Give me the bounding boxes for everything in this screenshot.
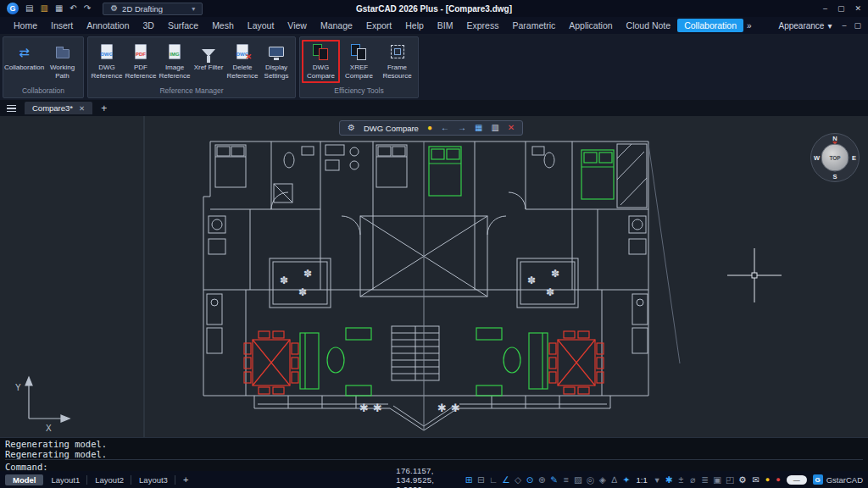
- compare-report-icon[interactable]: ▥: [491, 124, 498, 132]
- collaboration-button[interactable]: ⇄ Collaboration: [5, 40, 43, 72]
- bulb-icon[interactable]: ●: [765, 475, 770, 484]
- tab-overflow-chevron-icon[interactable]: »: [743, 21, 755, 30]
- tab-parametric[interactable]: Parametric: [505, 19, 562, 32]
- compass-south[interactable]: S: [832, 173, 837, 180]
- open-file-icon[interactable]: ▥: [40, 4, 47, 13]
- tab-collaboration[interactable]: Collaboration: [677, 19, 743, 32]
- tab-help[interactable]: Help: [398, 19, 431, 32]
- tab-view[interactable]: View: [281, 19, 314, 32]
- object-snap-icon[interactable]: ⊙: [526, 475, 534, 485]
- redo-icon[interactable]: ↷: [84, 4, 91, 13]
- compass-north[interactable]: N: [832, 135, 837, 142]
- tab-application[interactable]: Application: [562, 19, 619, 32]
- annotation-scale[interactable]: 1:1: [636, 475, 647, 485]
- compare-table-icon[interactable]: ▦: [475, 124, 482, 132]
- doc-restore-button[interactable]: ▢: [854, 21, 861, 30]
- menu-icon[interactable]: [7, 105, 16, 112]
- quick-properties-icon[interactable]: ≣: [701, 475, 709, 485]
- previous-difference-icon[interactable]: ←: [441, 124, 449, 132]
- working-path-button[interactable]: Working Path: [43, 40, 81, 80]
- tab-insert[interactable]: Insert: [44, 19, 80, 32]
- tab-export[interactable]: Export: [359, 19, 398, 32]
- gstarcad-logo-icon[interactable]: G: [7, 3, 19, 14]
- next-difference-icon[interactable]: →: [458, 124, 466, 132]
- annotation-visibility-icon[interactable]: ✱: [665, 475, 673, 485]
- compare-added-entities[interactable]: [300, 147, 614, 396]
- appearance-dropdown[interactable]: Appearance ▾: [779, 21, 832, 30]
- dynamic-ucs-icon[interactable]: ∆: [610, 475, 618, 485]
- scale-chevron-icon[interactable]: ▾: [654, 475, 661, 485]
- lineweight-icon[interactable]: ≡: [562, 475, 570, 485]
- display-settings-button[interactable]: Display Settings: [259, 40, 293, 80]
- compare-settings-gear-icon[interactable]: ⚙: [348, 124, 355, 132]
- ortho-icon[interactable]: ∟: [489, 475, 498, 485]
- close-compare-icon[interactable]: ✕: [508, 124, 515, 132]
- selection-cycling-icon[interactable]: ◎: [587, 475, 594, 485]
- grid-icon[interactable]: ⊞: [465, 475, 473, 485]
- annotation-monitor-icon[interactable]: ✦: [622, 475, 630, 485]
- close-tab-icon[interactable]: ✕: [79, 104, 85, 113]
- compass-west[interactable]: W: [814, 154, 820, 162]
- settings-gear-icon[interactable]: ⚙: [738, 474, 746, 485]
- tab-cloud-note[interactable]: Cloud Note: [620, 19, 678, 32]
- tab-manage[interactable]: Manage: [314, 19, 359, 32]
- minimize-button[interactable]: –: [823, 4, 827, 13]
- delete-reference-button[interactable]: DWG✕ Delete Reference: [225, 40, 259, 80]
- xref-compare-button[interactable]: XREF Compare: [340, 40, 378, 80]
- object-snap-tracking-icon[interactable]: ⊕: [538, 475, 546, 485]
- tab-mesh[interactable]: Mesh: [205, 19, 241, 32]
- undo-icon[interactable]: ↶: [70, 4, 76, 13]
- dwg-reference-button[interactable]: DWG DWG Reference: [90, 40, 124, 80]
- tab-3d[interactable]: 3D: [136, 19, 161, 32]
- tray-collapse-button[interactable]: —: [787, 475, 807, 485]
- restore-button[interactable]: ▢: [837, 4, 845, 13]
- tab-home[interactable]: Home: [7, 19, 44, 32]
- isometric-drafting-icon[interactable]: ◇: [515, 475, 522, 485]
- message-icon[interactable]: ✉: [752, 475, 759, 485]
- dwg-compare-button[interactable]: DWG Compare: [302, 40, 340, 83]
- dwg-compare-icon: [313, 43, 330, 60]
- drawing-canvas[interactable]: ✽✽✽ ✽✽✽ ✱✱ ✱✱: [0, 116, 868, 437]
- auto-scale-icon[interactable]: ±: [677, 475, 685, 485]
- clean-screen-icon[interactable]: ◰: [726, 475, 734, 485]
- save-icon[interactable]: ▦: [55, 4, 63, 13]
- tab-bim[interactable]: BIM: [431, 19, 460, 32]
- document-tab-label: Compare3*: [32, 103, 73, 113]
- layout2-tab[interactable]: Layout2: [92, 475, 131, 485]
- tab-express[interactable]: Express: [460, 19, 506, 32]
- layout1-tab[interactable]: Layout1: [47, 475, 87, 485]
- doc-minimize-button[interactable]: –: [842, 21, 846, 30]
- bulb-icon[interactable]: ●: [427, 124, 432, 132]
- group-collaboration: ⇄ Collaboration Working Path Collaborati…: [3, 36, 84, 98]
- view-compass[interactable]: N S W E TOP: [810, 133, 860, 182]
- snap-icon[interactable]: ⊟: [477, 475, 485, 485]
- pdf-reference-button[interactable]: PDF PDF Reference: [124, 40, 158, 80]
- tab-surface[interactable]: Surface: [161, 19, 205, 32]
- document-tab-compare3[interactable]: Compare3* ✕: [25, 102, 92, 114]
- xref-filter-button[interactable]: Xref Filter: [192, 40, 225, 72]
- notification-icon[interactable]: ●: [776, 475, 780, 484]
- tab-layout[interactable]: Layout: [241, 19, 281, 32]
- group-label-reference-manager: Reference Manager: [88, 85, 295, 97]
- 3d-object-snap-icon[interactable]: ◈: [598, 475, 606, 485]
- coordinates-readout[interactable]: 176.1157, 134.9525, 0.0000: [396, 466, 460, 488]
- close-button[interactable]: ✕: [854, 4, 861, 13]
- compass-east[interactable]: E: [852, 154, 856, 162]
- workspace-dropdown[interactable]: ⚙ 2D Drafting ▾: [103, 3, 203, 15]
- layout3-tab[interactable]: Layout3: [136, 475, 175, 485]
- compass-top-face[interactable]: TOP: [821, 144, 849, 172]
- transparency-icon[interactable]: ▨: [574, 475, 582, 485]
- units-icon[interactable]: ⌀: [689, 475, 697, 485]
- group-reference-manager: DWG DWG Reference PDF PDF Reference IMG …: [87, 36, 296, 98]
- new-tab-button[interactable]: +: [101, 103, 107, 114]
- lock-ui-icon[interactable]: ▣: [713, 475, 721, 485]
- polar-tracking-icon[interactable]: ∠: [502, 475, 509, 485]
- new-file-icon[interactable]: ▤: [25, 4, 33, 13]
- model-tab[interactable]: Model: [5, 474, 43, 485]
- dynamic-input-icon[interactable]: ✎: [550, 475, 558, 485]
- frame-resource-button[interactable]: Frame Resource: [378, 40, 416, 80]
- svg-text:✽: ✽: [280, 274, 288, 286]
- image-reference-button[interactable]: IMG Image Reference: [158, 40, 192, 80]
- tab-annotation[interactable]: Annotation: [80, 19, 136, 32]
- add-layout-button[interactable]: +: [180, 474, 192, 485]
